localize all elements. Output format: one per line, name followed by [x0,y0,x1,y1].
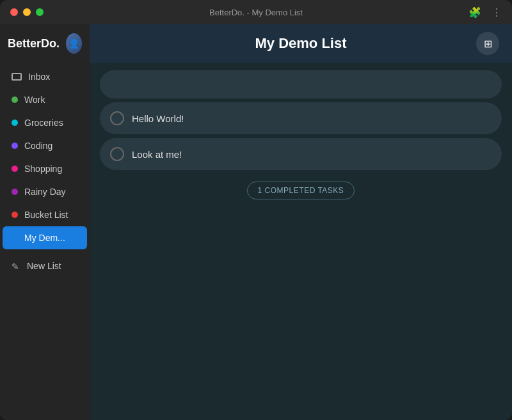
task-row[interactable]: Hello World! [100,102,502,134]
content-header: My Demo List ⊞ [90,24,512,63]
task-text-1: Hello World! [132,113,184,124]
traffic-lights [10,8,44,16]
sidebar-item-work[interactable]: Work [3,88,87,111]
sidebar-header: BetterDo. 👤 [0,24,90,63]
inbox-icon [12,73,22,81]
task-text-2: Look at me! [132,149,182,160]
task-row[interactable]: Look at me! [100,138,502,170]
sidebar-label-inbox: Inbox [28,72,50,82]
close-button[interactable] [10,8,18,16]
dot-mydem [12,235,18,241]
sidebar-nav: Inbox Work Groceries Coding [0,63,90,420]
task-checkbox-1[interactable] [110,111,124,125]
completed-divider: 1 COMPLETED TASKS [100,182,502,199]
title-bar: BetterDo. - My Demo List 🧩 ⋮ [0,0,512,24]
tasks-container: Hello World! Look at me! 1 COMPLETED TAS… [90,63,512,420]
plugin-icon[interactable]: 🧩 [468,6,481,19]
avatar: 👤 [66,33,82,54]
dot-rainyday [12,189,18,195]
new-task-input[interactable] [100,70,502,98]
dot-coding [12,143,18,149]
minimize-button[interactable] [23,8,31,16]
pencil-icon: ✎ [12,261,20,270]
dot-shopping [12,166,18,172]
dot-work [12,97,18,103]
titlebar-actions: 🧩 ⋮ [468,6,502,19]
sidebar-item-newlist[interactable]: ✎ New List [3,254,87,277]
menu-icon[interactable]: ⋮ [492,6,502,19]
app-window: BetterDo. - My Demo List 🧩 ⋮ BetterDo. 👤… [0,0,512,420]
page-title: My Demo List [125,35,476,52]
sidebar-item-shopping[interactable]: Shopping [3,157,87,180]
sidebar-label-newlist: New List [27,261,61,271]
maximize-button[interactable] [36,8,44,16]
task-checkbox-2[interactable] [110,147,124,161]
main-content: BetterDo. 👤 Inbox Work Groceries [0,24,512,420]
sidebar-label-shopping: Shopping [24,164,62,174]
sidebar-item-coding[interactable]: Coding [3,134,87,157]
sidebar-label-bucketlist: Bucket List [24,210,68,220]
sidebar-label-rainyday: Rainy Day [24,187,66,197]
sidebar: BetterDo. 👤 Inbox Work Groceries [0,24,90,420]
sidebar-item-rainyday[interactable]: Rainy Day [3,180,87,203]
content-area: My Demo List ⊞ Hello World! Look at me! [90,24,512,420]
sidebar-label-work: Work [24,95,45,105]
sidebar-label-groceries: Groceries [24,118,63,128]
sidebar-item-mydem[interactable]: My Dem... [3,226,87,249]
dot-bucketlist [12,212,18,218]
completed-tasks-button[interactable]: 1 COMPLETED TASKS [247,182,355,199]
dot-groceries [12,120,18,126]
app-title: BetterDo. [8,37,60,51]
sidebar-item-groceries[interactable]: Groceries [3,111,87,134]
sidebar-item-bucketlist[interactable]: Bucket List [3,203,87,226]
sidebar-label-coding: Coding [24,141,52,151]
sidebar-label-mydem: My Dem... [24,233,65,243]
filter-button[interactable]: ⊞ [476,32,499,55]
sidebar-item-inbox[interactable]: Inbox [3,65,87,88]
titlebar-title: BetterDo. - My Demo List [209,8,303,17]
